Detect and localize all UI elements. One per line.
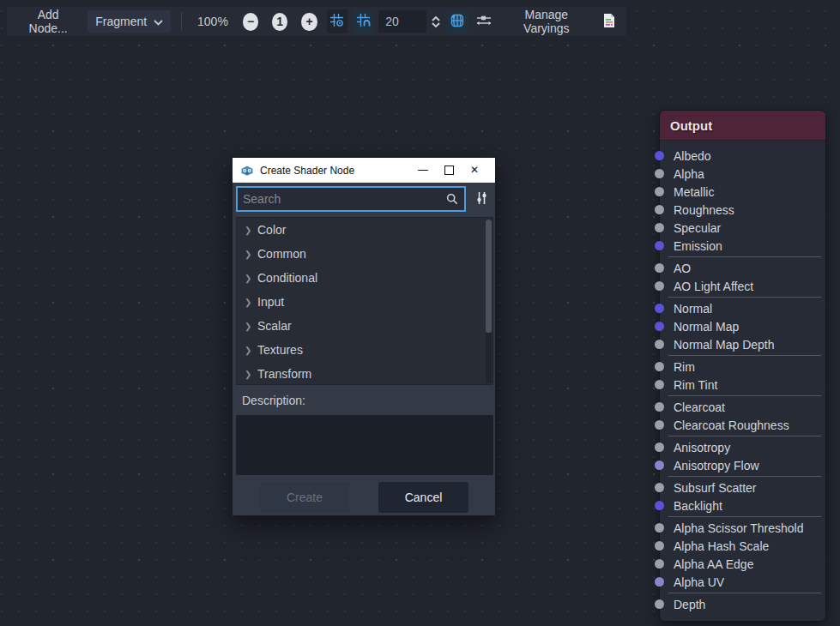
dialog-title: Create Shader Node <box>260 165 354 177</box>
arrange-nodes-icon <box>476 14 492 30</box>
zoom-level-label: 100% <box>192 15 233 28</box>
tree-item-label: Common <box>257 247 306 261</box>
tree-item-textures[interactable]: ❯Textures <box>237 338 493 362</box>
output-port-anisotropy: Anisotropy <box>660 438 825 456</box>
port-connector-icon[interactable] <box>655 340 664 349</box>
port-connector-icon[interactable] <box>655 169 664 178</box>
chevron-right-icon[interactable]: ❯ <box>245 346 257 355</box>
tree-item-input[interactable]: ❯Input <box>237 290 493 314</box>
port-connector-icon[interactable] <box>655 281 664 291</box>
tree-item-label: Scalar <box>257 319 292 333</box>
port-connector-icon[interactable] <box>655 523 664 533</box>
output-port-alpha-scissor-threshold: Alpha Scissor Threshold <box>660 519 825 537</box>
tree-item-scalar[interactable]: ❯Scalar <box>237 314 493 338</box>
chevron-right-icon[interactable]: ❯ <box>245 274 257 283</box>
port-connector-icon[interactable] <box>655 460 664 470</box>
snap-distance-input[interactable] <box>378 10 426 33</box>
dialog-titlebar[interactable]: Create Shader Node — ✕ <box>233 158 495 183</box>
port-connector-icon[interactable] <box>655 187 664 196</box>
tree-item-label: Conditional <box>257 271 317 285</box>
tree-item-conditional[interactable]: ❯Conditional <box>237 266 493 290</box>
output-port-roughness: Roughness <box>660 201 825 219</box>
output-port-clearcoat-roughness: Clearcoat Roughness <box>660 416 825 434</box>
port-group-separator <box>668 297 821 298</box>
tree-item-color[interactable]: ❯Color <box>237 218 493 242</box>
shader-stage-dropdown[interactable]: Fragment <box>88 10 171 33</box>
maximize-button[interactable] <box>436 158 462 183</box>
port-connector-icon[interactable] <box>655 241 664 250</box>
output-port-ao: AO <box>660 259 825 277</box>
tree-item-transform[interactable]: ❯Transform <box>237 362 493 385</box>
port-connector-icon[interactable] <box>655 151 664 160</box>
arrange-nodes-button[interactable] <box>474 9 494 33</box>
port-connector-icon[interactable] <box>655 223 664 232</box>
port-connector-icon[interactable] <box>655 380 664 389</box>
maximize-icon <box>444 166 454 175</box>
port-connector-icon[interactable] <box>655 559 664 569</box>
chevron-down-icon <box>154 15 163 28</box>
port-connector-icon[interactable] <box>655 304 664 313</box>
port-connector-icon[interactable] <box>655 263 664 273</box>
output-port-normal-map-depth: Normal Map Depth <box>660 335 825 353</box>
search-input[interactable] <box>238 192 446 206</box>
minimize-button[interactable]: — <box>410 158 436 183</box>
port-label: Albedo <box>674 149 711 163</box>
description-textarea[interactable] <box>236 415 493 475</box>
tree-item-label: Textures <box>257 343 303 357</box>
chevron-right-icon[interactable]: ❯ <box>245 298 257 307</box>
port-label: Roughness <box>674 203 734 217</box>
port-connector-icon[interactable] <box>655 599 664 609</box>
close-button[interactable]: ✕ <box>462 158 487 183</box>
port-connector-icon[interactable] <box>655 483 664 492</box>
port-label: AO <box>674 262 691 275</box>
port-connector-icon[interactable] <box>655 420 664 430</box>
sphere-grid-icon <box>450 13 465 31</box>
output-port-normal: Normal <box>660 299 825 317</box>
snap-toggle-button[interactable] <box>353 9 373 33</box>
output-port-alpha: Alpha <box>660 165 825 183</box>
port-connector-icon[interactable] <box>655 501 664 510</box>
chevron-right-icon[interactable]: ❯ <box>245 322 257 331</box>
output-port-ao-light-affect: AO Light Affect <box>660 277 825 295</box>
zoom-out-button[interactable]: − <box>243 13 258 31</box>
port-connector-icon[interactable] <box>655 205 664 214</box>
output-node[interactable]: Output AlbedoAlphaMetallicRoughnessSpecu… <box>659 110 826 622</box>
zoom-reset-button[interactable]: 1 <box>272 13 287 31</box>
snap-options-button[interactable] <box>327 9 347 33</box>
zoom-in-button[interactable]: + <box>301 13 317 31</box>
add-node-button[interactable]: Add Node... <box>14 3 82 39</box>
port-label: Alpha AA Edge <box>674 557 753 571</box>
tree-scrollbar-handle[interactable] <box>486 220 492 333</box>
port-label: Specular <box>674 221 721 235</box>
port-group-separator <box>668 593 821 593</box>
preview-sphere-toggle-button[interactable] <box>447 9 468 33</box>
output-port-rim-tint: Rim Tint <box>660 376 825 394</box>
port-connector-icon[interactable] <box>655 402 664 412</box>
output-node-header[interactable]: Output <box>660 111 825 141</box>
search-icon <box>446 193 458 205</box>
port-connector-icon[interactable] <box>655 362 664 371</box>
tree-item-common[interactable]: ❯Common <box>237 242 493 266</box>
port-connector-icon[interactable] <box>655 577 664 587</box>
chevron-right-icon[interactable]: ❯ <box>245 370 257 379</box>
manage-varyings-button[interactable]: Manage Varyings <box>499 3 594 39</box>
port-connector-icon[interactable] <box>655 322 664 331</box>
shader-file-icon <box>602 13 616 31</box>
create-button[interactable]: Create <box>260 482 349 513</box>
grid-magnet-icon <box>356 13 371 30</box>
search-box <box>236 186 466 212</box>
output-port-clearcoat: Clearcoat <box>660 398 825 416</box>
port-connector-icon[interactable] <box>655 541 664 551</box>
cancel-button[interactable]: Cancel <box>378 482 468 513</box>
snap-distance-spinner[interactable] <box>432 16 440 27</box>
filter-options-button[interactable] <box>470 189 493 210</box>
tree-item-label: Input <box>257 295 284 309</box>
port-label: Depth <box>674 598 705 611</box>
chevron-right-icon[interactable]: ❯ <box>245 226 257 235</box>
graph-canvas[interactable]: Add Node... Fragment 100% − 1 + <box>0 0 840 626</box>
shader-code-preview-button[interactable] <box>599 9 619 33</box>
port-label: Anisotropy <box>674 441 730 454</box>
output-port-emission: Emission <box>660 237 825 255</box>
port-connector-icon[interactable] <box>655 442 664 452</box>
chevron-right-icon[interactable]: ❯ <box>245 250 257 259</box>
